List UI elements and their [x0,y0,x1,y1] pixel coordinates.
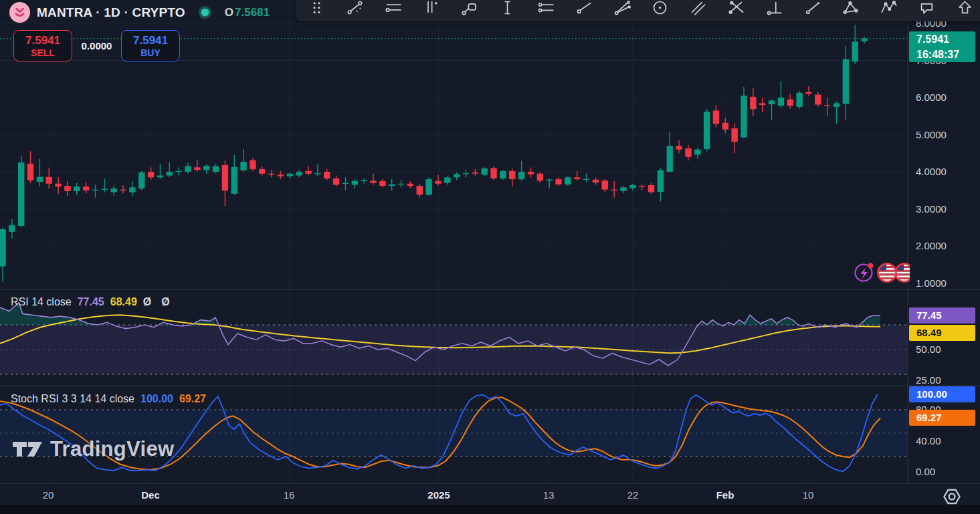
candle-body [639,186,645,186]
sell-button[interactable]: 7.5941 SELL [13,30,72,61]
time-tick-label: 22 [627,489,639,501]
candle-body [194,167,200,170]
stoch-scale-label: 0.00 [916,466,935,478]
candle-body [620,187,626,191]
candle-body [175,171,181,172]
candle-body [268,174,274,175]
ray-tool[interactable] [565,0,603,19]
candle-body [796,93,802,107]
candle-body [602,180,608,189]
candle-body [815,95,821,105]
candle-body [296,172,302,176]
candle-body [694,150,700,155]
rsi-main-badge: 77.45 [909,307,975,324]
horizontal-ray-tool[interactable] [374,0,412,19]
tradingview-logo-icon [12,438,43,461]
candle-body [389,184,395,186]
candle-body [111,188,117,192]
rsi-scale-label: 50.00 [916,344,941,356]
open-label: O [225,6,233,19]
rotated-rectangle-tool[interactable] [450,0,488,19]
candle-body [240,162,246,170]
candle-body [370,180,376,182]
candle-body [824,105,830,106]
candle-body [759,103,765,105]
candle-body [658,170,664,192]
candle-body [74,186,80,191]
parallel-channel-tool[interactable] [526,0,565,19]
triangle-pattern-tool[interactable] [831,0,870,19]
rsi-scale-label: 25.00 [916,374,941,386]
symbol-title[interactable]: MANTRA · 1D · CRYPTO [37,5,185,20]
trend-angle-tool[interactable] [793,0,831,19]
candle-body [629,185,635,188]
buy-button[interactable]: 7.5941 BUY [121,30,180,61]
candle-body [667,146,673,172]
rsi-indicator-title[interactable]: RSI 14 close [11,296,72,308]
candle-body [528,172,534,174]
anchored-line-tool[interactable] [755,0,793,19]
notification-dot-icon [868,263,874,269]
arrow-marker-tool[interactable] [946,0,980,19]
price-axis[interactable]: 7.5941 16:48:37 77.45 68.49 100.00 69.27… [908,0,980,483]
time-tick-label: 20 [43,489,54,501]
time-tick-label: 16 [284,489,295,501]
candle-body [713,110,719,124]
rsi-main-value: 77.45 [78,296,104,308]
candle-body [555,179,561,184]
fan-lines-tool[interactable] [603,0,641,19]
callout-tool[interactable] [908,0,946,19]
candle-body [287,174,293,176]
candle-body [92,190,98,190]
candle-body [138,172,144,188]
sell-label: SELL [31,47,55,59]
circle-tool-tool[interactable] [641,0,679,19]
candle-body [546,180,552,181]
time-tick-label: 10 [803,489,814,501]
candle-body [64,186,70,191]
mantra-om-logo-icon [9,2,30,23]
candle-body [565,177,571,184]
market-status-icon[interactable] [199,6,211,19]
vertical-line-tool[interactable] [488,0,526,19]
zigzag-pattern-tool[interactable] [870,0,908,19]
candle-body [731,128,737,142]
candle-body [583,179,589,180]
stoch-d-value: 69.27 [179,393,206,405]
candle-body [102,189,108,190]
candle-body [250,160,256,169]
candle-body [417,186,423,195]
trade-widget: 7.5941 SELL 0.0000 7.5941 BUY [13,30,180,61]
vertical-arrows-tool[interactable] [412,0,450,19]
watermark-text: TradingView [50,437,174,461]
time-axis-settings-gear-icon[interactable] [942,487,962,507]
drag-handle-tool[interactable] [298,0,336,19]
candle-body [574,177,580,179]
candle-body [778,98,784,106]
candle-body [537,174,543,181]
candle-body [407,184,413,186]
crossed-lines-tool[interactable] [717,0,755,19]
parallel-lines-tool[interactable] [679,0,717,19]
stoch-indicator-title[interactable]: Stoch RSI 3 3 14 14 close [11,393,134,405]
candle-body [482,168,488,174]
tradingview-watermark: TradingView [12,437,174,461]
candle-body [27,164,33,180]
candle-body [222,165,228,190]
trend-line-tool[interactable] [336,0,374,19]
candle-body [444,177,450,182]
stoch-d-badge: 69.27 [909,410,975,426]
stoch-scale-label: 40.00 [916,435,941,447]
candle-body [55,184,61,186]
candle-body [472,172,478,174]
candle-body [379,181,385,186]
candle-body [167,172,173,176]
drawing-toolbar[interactable] [296,0,980,21]
open-value: 7.5681 [235,6,270,19]
stoch-k-value: 100.00 [140,393,173,405]
candle-body [704,112,710,149]
stoch-indicator-header: Stoch RSI 3 3 14 14 close 100.00 69.27 [11,393,206,405]
candle-body [834,103,840,107]
candle-body [685,148,691,157]
rsi-smooth-badge: 68.49 [909,325,975,341]
